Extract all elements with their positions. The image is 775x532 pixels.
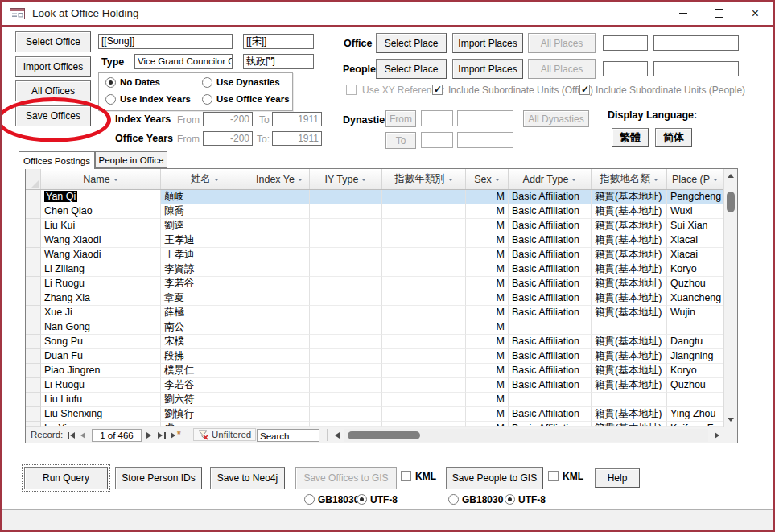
- row-selector[interactable]: [26, 335, 41, 349]
- cell-name-zh[interactable]: 薛極: [161, 306, 249, 320]
- cell-sex[interactable]: M: [466, 219, 509, 233]
- cell-addr-class[interactable]: 籍貫(基本地址): [592, 291, 667, 306]
- row-selector[interactable]: [26, 204, 41, 219]
- previous-record-button[interactable]: [80, 432, 85, 439]
- cell-name-zh[interactable]: 章夏: [161, 291, 249, 306]
- column-header-5[interactable]: 指數年類別: [382, 169, 466, 189]
- cell-addr-type[interactable]: Basic Affiliation: [509, 335, 592, 349]
- cell-name-zh[interactable]: 段拂: [161, 349, 249, 364]
- cell-sex[interactable]: M: [466, 248, 509, 262]
- offices-utf8-radio[interactable]: [357, 494, 367, 505]
- office-to-input[interactable]: 1911: [272, 131, 322, 146]
- office-from-input[interactable]: -200: [203, 131, 253, 146]
- people-gb18030-radio[interactable]: [448, 494, 459, 505]
- cell-sex[interactable]: M: [466, 335, 509, 349]
- all-offices-button[interactable]: All Offices: [15, 80, 91, 101]
- cell-iy-type[interactable]: [310, 262, 382, 277]
- people-place-field-1[interactable]: [603, 61, 648, 76]
- cell-index-year[interactable]: [249, 248, 310, 262]
- maximize-button[interactable]: [701, 2, 737, 25]
- cell-place[interactable]: Jiangning: [667, 349, 723, 364]
- cell-iy-class[interactable]: [382, 262, 466, 277]
- record-position[interactable]: 1 of 466: [92, 429, 142, 442]
- cell-sex[interactable]: M: [466, 233, 509, 248]
- close-button[interactable]: ×: [737, 2, 773, 25]
- cell-addr-class[interactable]: 籍貫(基本地址): [592, 248, 667, 262]
- dynasty-from-code-field[interactable]: [421, 110, 453, 126]
- select-all-corner[interactable]: [26, 169, 41, 189]
- cell-iy-type[interactable]: [310, 320, 382, 335]
- search-input[interactable]: Search: [257, 429, 319, 442]
- row-selector[interactable]: [26, 291, 41, 306]
- row-selector[interactable]: [26, 320, 41, 335]
- cell-addr-class[interactable]: 籍貫(基本地址): [592, 349, 667, 364]
- cell-iy-class[interactable]: [382, 349, 466, 364]
- cell-iy-class[interactable]: [382, 248, 466, 262]
- cell-name-zh[interactable]: 宋樸: [161, 335, 249, 349]
- cell-name[interactable]: Wang Xiaodi: [41, 248, 161, 262]
- cell-addr-class[interactable]: [592, 393, 667, 407]
- cell-name[interactable]: Li Ziliang: [41, 262, 161, 277]
- cell-addr-type[interactable]: Basic Affiliation: [509, 378, 592, 393]
- row-selector[interactable]: [26, 219, 41, 233]
- cell-name-zh[interactable]: 王孝迪: [161, 233, 249, 248]
- cell-addr-class[interactable]: 籍貫(基本地址): [592, 378, 667, 393]
- hscroll-left-button[interactable]: [335, 432, 340, 439]
- cell-iy-type[interactable]: [310, 364, 382, 378]
- cell-place[interactable]: Pengcheng: [667, 190, 723, 204]
- cell-addr-type[interactable]: Basic Affiliation: [509, 262, 592, 277]
- cell-name-zh[interactable]: 劉逵: [161, 219, 249, 233]
- cell-place[interactable]: Quzhou: [667, 378, 723, 393]
- cell-iy-type[interactable]: [310, 233, 382, 248]
- cell-iy-type[interactable]: [310, 277, 382, 291]
- kml-offices-checkbox[interactable]: [401, 471, 411, 481]
- cell-name-zh[interactable]: 劉六符: [161, 393, 249, 407]
- cell-addr-class[interactable]: 籍貫(基本地址): [592, 219, 667, 233]
- radio-use-dynasties[interactable]: [202, 77, 212, 88]
- run-query-button[interactable]: Run Query: [24, 467, 108, 489]
- cell-place[interactable]: Wujin: [667, 306, 723, 320]
- cell-addr-type[interactable]: Basic Affiliation: [509, 277, 592, 291]
- horizontal-scroll-thumb[interactable]: [348, 431, 420, 439]
- cell-addr-type[interactable]: Basic Affiliation: [509, 349, 592, 364]
- sort-dropdown-icon[interactable]: [214, 179, 219, 184]
- radio-use-office-years[interactable]: [202, 94, 212, 105]
- sort-dropdown-icon[interactable]: [298, 179, 303, 184]
- cell-addr-type[interactable]: [509, 393, 592, 407]
- sort-dropdown-icon[interactable]: [113, 179, 118, 184]
- people-import-places-button[interactable]: Import Places: [452, 59, 523, 79]
- tab-people-in-office[interactable]: People in Office: [95, 151, 167, 168]
- cell-iy-class[interactable]: [382, 190, 466, 204]
- cell-addr-type[interactable]: Basic Affiliation: [509, 233, 592, 248]
- cell-addr-type[interactable]: Basic Affiliation: [509, 219, 592, 233]
- cell-index-year[interactable]: [249, 262, 310, 277]
- row-selector[interactable]: [26, 407, 41, 422]
- save-to-neo4j-button[interactable]: Save to Neo4j: [210, 467, 285, 489]
- cell-sex[interactable]: M: [466, 277, 509, 291]
- column-header-9[interactable]: Place (P: [667, 169, 723, 189]
- cell-addr-type[interactable]: Basic Affiliation: [509, 190, 592, 204]
- office-import-places-button[interactable]: Import Places: [452, 33, 523, 53]
- cell-name-zh[interactable]: 王孝迪: [161, 248, 249, 262]
- office-name-chinese-input[interactable]: [[宋]]: [243, 34, 314, 49]
- cell-sex[interactable]: M: [466, 378, 509, 393]
- column-header-6[interactable]: Sex: [466, 169, 509, 189]
- cell-addr-class[interactable]: 籍貫(基本地址): [592, 190, 667, 204]
- cell-place[interactable]: Koryo: [667, 364, 723, 378]
- cell-iy-type[interactable]: [310, 378, 382, 393]
- cell-name[interactable]: Yan Qi: [41, 190, 161, 204]
- cell-name-zh[interactable]: 李若谷: [161, 378, 249, 393]
- cell-iy-class[interactable]: [382, 204, 466, 219]
- cell-iy-type[interactable]: [310, 190, 382, 204]
- cell-name[interactable]: Li Ruogu: [41, 378, 161, 393]
- cell-name[interactable]: Song Pu: [41, 335, 161, 349]
- cell-sex[interactable]: M: [466, 393, 509, 407]
- cell-name[interactable]: Xue Ji: [41, 306, 161, 320]
- sort-dropdown-icon[interactable]: [361, 179, 366, 184]
- cell-iy-class[interactable]: [382, 378, 466, 393]
- cell-iy-type[interactable]: [310, 407, 382, 422]
- use-xy-checkbox[interactable]: [346, 85, 357, 95]
- dynasty-from-name-field[interactable]: [457, 110, 513, 126]
- cell-name[interactable]: Liu Liufu: [41, 393, 161, 407]
- sort-dropdown-icon[interactable]: [448, 179, 453, 184]
